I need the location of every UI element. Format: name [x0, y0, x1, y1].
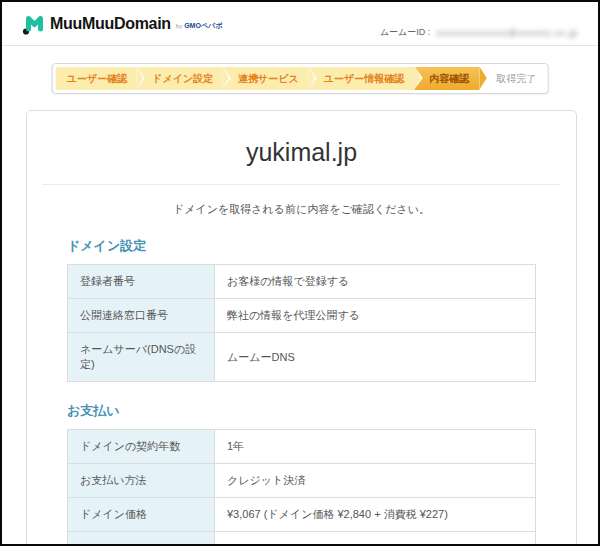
row-label: ドメイン価格 — [68, 498, 215, 532]
confirmation-card: yukimal.jp ドメインを取得される前に内容をご確認ください。 ドメイン設… — [26, 110, 577, 546]
row-label: 公開連絡窓口番号 — [68, 299, 215, 333]
domain-name-title: yukimal.jp — [27, 138, 576, 167]
step-content-confirm-current: 内容確認 — [414, 67, 479, 90]
table-row: お支払い方法 クレジット決済 — [68, 464, 536, 498]
step-label: ユーザー確認 — [67, 72, 127, 86]
row-value: ¥3,067 (ドメイン価格 ¥2,840 + 消費税 ¥227) — [215, 498, 536, 532]
muumuu-id-display: ムームーID : xxxxxxxxxxxxx@xxxxxx.xx.jp — [380, 26, 578, 39]
step-domain-settings: ドメイン設定 — [137, 67, 223, 90]
row-label: ネームサーバ(DNSの設定) — [68, 333, 215, 382]
row-value: お客様の情報で登録する — [215, 265, 536, 299]
table-row: ドメイン価格 ¥3,067 (ドメイン価格 ¥2,840 + 消費税 ¥227) — [68, 498, 536, 532]
muumuu-id-label: ムームーID : — [380, 26, 430, 39]
row-label: ドメインの契約年数 — [68, 430, 215, 464]
row-value: 弊社の情報を代理公開する — [215, 299, 536, 333]
table-row: 登録者番号 お客様の情報で登録する — [68, 265, 536, 299]
payment-table: ドメインの契約年数 1年 お支払い方法 クレジット決済 ドメイン価格 ¥3,06… — [67, 429, 536, 546]
payment-section: お支払い ドメインの契約年数 1年 お支払い方法 クレジット決済 ドメイン価格 … — [67, 402, 536, 546]
step-label: ドメイン設定 — [152, 72, 213, 86]
step-label: ユーザー情報確認 — [324, 72, 404, 86]
muumuu-domain-logo[interactable]: MuuMuuDomain by GMOペパボ — [22, 11, 222, 36]
logo-by-text: by — [176, 23, 182, 29]
row-value: ムームーDNS — [215, 333, 536, 382]
table-row: 公開連絡窓口番号 弊社の情報を代理公開する — [68, 299, 536, 333]
row-value: クレジット決済 — [215, 464, 536, 498]
gmo-pepabo-logo: GMOペパボ — [184, 21, 222, 31]
logo-wordmark: MuuMuuDomain — [50, 16, 171, 32]
row-value: 1年 — [215, 430, 536, 464]
muumuu-m-icon — [22, 11, 47, 35]
table-row: ドメインの契約年数 1年 — [68, 430, 536, 464]
screenshot-frame: MuuMuuDomain by GMOペパボ ムームーID : xxxxxxxx… — [0, 0, 600, 546]
domain-settings-section: ドメイン設定 登録者番号 お客様の情報で登録する 公開連絡窓口番号 弊社の情報を… — [67, 237, 536, 382]
domain-settings-table: 登録者番号 お客様の情報で登録する 公開連絡窓口番号 弊社の情報を代理公開する … — [67, 264, 536, 382]
table-row-total: お支払い金額合計 ¥3,067 — [68, 532, 536, 546]
total-amount-value: ¥3,067 — [215, 532, 536, 546]
step-linked-services: 連携サービス — [223, 67, 309, 90]
step-user-info-confirm: ユーザー情報確認 — [309, 67, 414, 90]
step-label: 内容確認 — [429, 72, 469, 86]
row-label: 登録者番号 — [68, 265, 215, 299]
muumuu-id-value-blurred: xxxxxxxxxxxxx@xxxxxx.xx.jp — [436, 28, 578, 38]
title-divider — [42, 184, 561, 185]
step-label: 連携サービス — [238, 72, 299, 86]
row-label: お支払い金額合計 — [68, 532, 215, 546]
step-acquisition-complete: 取得完了 — [479, 67, 544, 90]
step-user-confirm: ユーザー確認 — [56, 67, 137, 90]
confirm-instruction-text: ドメインを取得される前に内容をご確認ください。 — [27, 202, 576, 217]
table-row: ネームサーバ(DNSの設定) ムームーDNS — [68, 333, 536, 382]
logo-byline: by GMOペパボ — [176, 21, 223, 31]
progress-steps: ユーザー確認 ドメイン設定 連携サービス ユーザー情報確認 内容確認 取得完了 — [52, 63, 549, 94]
site-header: MuuMuuDomain by GMOペパボ ムームーID : xxxxxxxx… — [2, 2, 598, 46]
row-label: お支払い方法 — [68, 464, 215, 498]
payment-heading: お支払い — [67, 402, 536, 420]
step-label: 取得完了 — [496, 72, 536, 86]
domain-settings-heading: ドメイン設定 — [67, 237, 536, 255]
